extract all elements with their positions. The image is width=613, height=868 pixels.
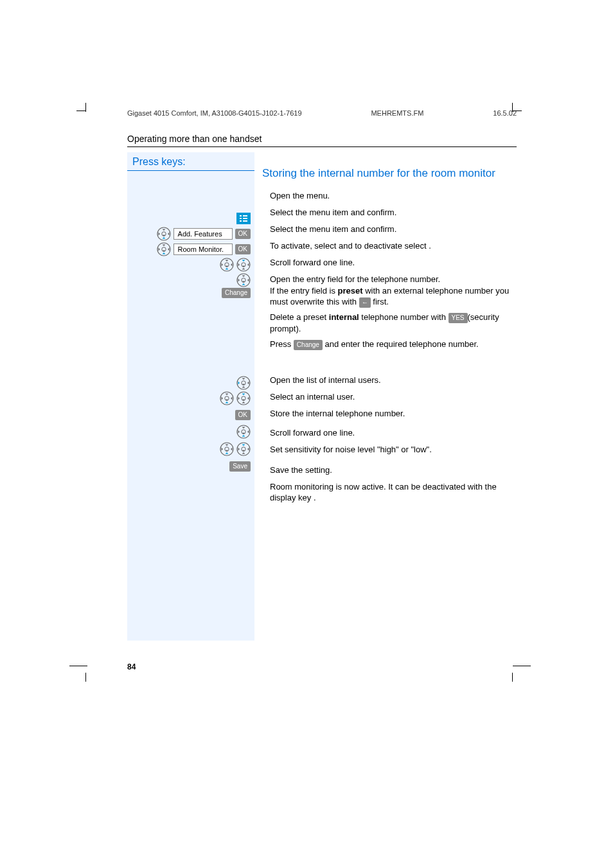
crop-mark	[512, 673, 513, 682]
crop-mark	[76, 111, 85, 111]
instr-select1: Select the menu item and confirm.	[262, 206, 517, 222]
instr-sensitivity: Set sensitivity for noise level "high" o…	[262, 443, 517, 463]
yes-button: YES	[449, 313, 468, 323]
step-key-room-monitor: Room Monitor. OK	[127, 242, 254, 257]
instr-save: Save the setting.	[262, 463, 517, 477]
instr-l8-post: and enter the required telephone number.	[323, 339, 479, 349]
crop-mark	[513, 111, 522, 111]
step-key-store: OK	[127, 406, 254, 424]
menu-item-room-monitor: Room Monitor.	[173, 244, 233, 255]
save-button: Save	[229, 461, 251, 472]
document-page: Gigaset 4015 Comfort, IM, A31008-G4015-J…	[0, 0, 613, 710]
step-key-add-features: Add. Features OK	[127, 226, 254, 242]
running-header: Gigaset 4015 Comfort, IM, A31008-G4015-J…	[127, 109, 517, 117]
instr-delete-preset: Delete a preset internal telephone numbe…	[262, 310, 517, 335]
header-left: Gigaset 4015 Comfort, IM, A31008-G4015-J…	[127, 109, 302, 117]
instr-l6b-pre: If the entry field is	[270, 286, 338, 296]
ok-button: OK	[235, 410, 251, 420]
subsection-title: Storing the internal number for the room…	[262, 166, 517, 180]
instr-l7-pre: Delete a preset	[270, 312, 329, 322]
dpad-down-icon	[157, 242, 171, 256]
header-center: MEHREMTS.FM	[371, 109, 423, 117]
step-key-activate	[127, 257, 254, 272]
crop-mark	[512, 103, 513, 112]
dpad-left-icon	[236, 376, 251, 390]
dpad-up-icon	[236, 258, 251, 272]
instr-open-menu: Open the menu.	[262, 189, 517, 206]
page-number: 84	[127, 662, 517, 671]
dpad-up-icon	[236, 391, 251, 405]
instr-change-block: Open the entry field for the telephone n…	[262, 272, 517, 308]
step-key-select-user	[127, 391, 254, 406]
instr-scroll: Scroll forward one line.	[262, 256, 517, 272]
instr-active: Room monitoring is now active. It can be…	[262, 480, 517, 504]
change-button-inline: Change	[294, 340, 323, 350]
change-button: Change	[222, 288, 251, 298]
dpad-up-icon	[236, 442, 251, 456]
instr-l6b-bold: preset	[338, 286, 363, 296]
instr-press-change: Press Change and enter the required tele…	[262, 337, 517, 360]
instr-activate: To activate, select and to deactivate se…	[262, 239, 517, 256]
dpad-down-icon	[157, 227, 171, 241]
dpad-down-icon	[220, 442, 234, 456]
ok-button: OK	[235, 229, 251, 239]
menu-icon	[236, 213, 251, 224]
left-column: Press keys: Add. Features OK Room Monito…	[127, 152, 254, 641]
right-column: Storing the internal number for the room…	[254, 152, 517, 641]
step-key-scroll	[127, 272, 254, 288]
instr-select2: Select the menu item and confirm.	[262, 222, 517, 239]
instr-store: Store the internal telephone number.	[262, 407, 517, 426]
step-key-scroll2	[127, 424, 254, 439]
instr-l6a: Open the entry field for the telephone n…	[270, 274, 440, 284]
instr-l7-post: telephone number with	[359, 312, 449, 322]
crop-mark	[85, 673, 86, 682]
section-title: Operating more than one handset	[127, 134, 517, 144]
step-key-open-users	[127, 375, 254, 391]
dpad-down-icon	[220, 391, 234, 405]
horizontal-rule	[127, 146, 517, 147]
dpad-down-icon	[236, 273, 251, 287]
backspace-icon: ←	[359, 297, 371, 308]
crop-mark	[513, 666, 531, 666]
step-key-change: Change	[127, 288, 254, 362]
instr-select-user: Select an internal user.	[262, 390, 517, 407]
press-keys-heading: Press keys:	[127, 152, 254, 171]
menu-item-add-features: Add. Features	[173, 228, 233, 240]
step-key-menu	[127, 211, 254, 226]
instr-l6b-end: first.	[371, 297, 389, 306]
crop-mark	[69, 666, 87, 666]
instr-l8-pre: Press	[270, 339, 294, 349]
step-key-sensitivity	[127, 439, 254, 459]
content-columns: Press keys: Add. Features OK Room Monito…	[127, 152, 517, 641]
step-key-save: Save	[127, 459, 254, 474]
instr-l7-bold: internal	[329, 312, 359, 322]
ok-button: OK	[235, 244, 251, 254]
crop-mark	[85, 103, 86, 112]
dpad-down-icon	[236, 425, 251, 439]
dpad-down-icon	[220, 258, 234, 272]
instr-scroll2: Scroll forward one line.	[262, 426, 517, 443]
instr-open-users: Open the list of internal users.	[262, 373, 517, 390]
